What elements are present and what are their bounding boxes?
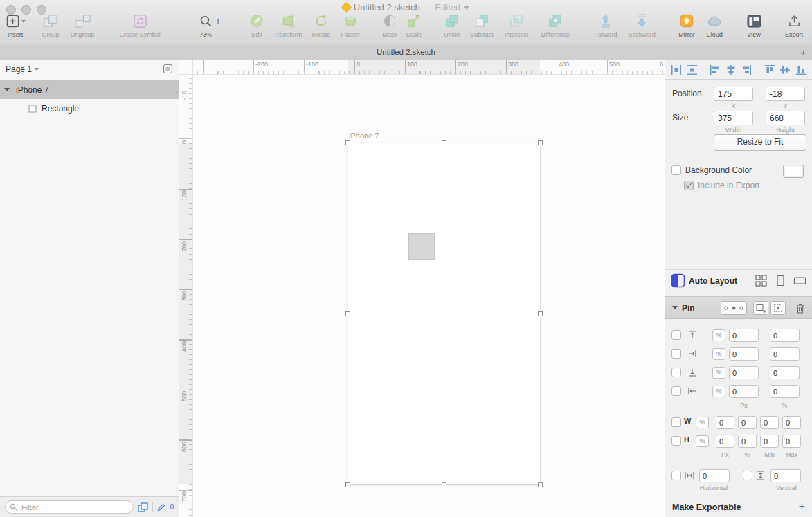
add-export-button[interactable]: + <box>799 500 805 513</box>
create-symbol-button[interactable]: Create Symbol <box>111 11 169 38</box>
resize-handle-w[interactable] <box>345 311 350 316</box>
height-constraint-checkbox[interactable] <box>671 436 681 446</box>
distribute-vertically-icon[interactable] <box>685 63 701 77</box>
pin-left-pct-input[interactable] <box>770 385 800 398</box>
pin-right-checkbox[interactable] <box>671 349 681 359</box>
include-in-export-checkbox[interactable] <box>684 181 694 190</box>
page-list-icon[interactable] <box>163 64 173 74</box>
align-right-icon[interactable] <box>739 63 755 77</box>
new-tab-button[interactable]: + <box>800 45 806 60</box>
pin-section-header[interactable]: Pin <box>665 296 812 319</box>
resize-handle-e[interactable] <box>538 311 543 316</box>
background-color-swatch[interactable] <box>783 165 804 178</box>
artboard-title[interactable]: iPhone 7 <box>349 131 379 140</box>
align-bottom-icon[interactable] <box>793 63 809 77</box>
filter-input[interactable] <box>20 502 129 512</box>
horizontal-spacing-checkbox[interactable] <box>671 471 681 480</box>
width-pct-input[interactable] <box>738 416 757 429</box>
vertical-ruler[interactable]: -10 0 100 200 300 400 500 600 700 <box>179 74 193 517</box>
pin-bottom-pct-input[interactable] <box>770 366 800 379</box>
pin-left-percent-toggle[interactable]: % <box>712 386 725 397</box>
page-selector[interactable]: Page 1 <box>0 60 179 78</box>
width-min-input[interactable] <box>760 416 779 429</box>
pin-bottom-checkbox[interactable] <box>671 368 681 377</box>
vertical-spacing-icon <box>755 470 766 481</box>
width-px-input[interactable] <box>716 416 734 429</box>
position-label: Position <box>672 89 702 98</box>
ruler-corner <box>179 60 193 75</box>
pin-top-percent-toggle[interactable]: % <box>712 329 725 341</box>
grid-layout-icon[interactable] <box>755 275 767 287</box>
backward-button[interactable]: Backward <box>617 11 667 38</box>
resize-handle-ne[interactable] <box>538 140 543 145</box>
align-center-horizontal-icon[interactable] <box>723 63 739 77</box>
pin-bottom-row: % <box>665 363 812 382</box>
portrait-layout-icon[interactable] <box>775 275 786 287</box>
pin-center-button[interactable] <box>770 301 786 315</box>
pin-top-pct-input[interactable] <box>770 329 800 342</box>
rectangle-shape[interactable] <box>408 233 435 260</box>
pin-right-percent-toggle[interactable]: % <box>712 348 725 360</box>
resize-handle-se[interactable] <box>538 482 543 487</box>
position-y-input[interactable] <box>766 87 805 101</box>
pin-left-checkbox[interactable] <box>671 386 681 396</box>
pages-panel-icon[interactable] <box>138 502 148 512</box>
layer-item-rectangle[interactable]: Rectangle <box>0 99 179 118</box>
pin-corner-button[interactable] <box>753 301 768 315</box>
height-pct-input[interactable] <box>738 435 757 448</box>
layer-item-artboard[interactable]: iPhone 7 <box>0 80 179 99</box>
trash-icon[interactable] <box>795 302 805 314</box>
resize-handle-sw[interactable] <box>345 482 350 487</box>
horizontal-spacing-input[interactable] <box>699 469 730 482</box>
width-percent-toggle[interactable]: % <box>696 417 709 428</box>
resize-handle-nw[interactable] <box>345 140 350 145</box>
background-color-label: Background Color <box>685 165 752 175</box>
title-caret-icon[interactable] <box>464 6 469 10</box>
pin-top-checkbox[interactable] <box>671 330 681 340</box>
width-constraint-checkbox[interactable] <box>671 417 681 427</box>
artboard[interactable] <box>348 143 540 484</box>
horizontal-spacing-icon <box>684 470 695 481</box>
document-tab[interactable]: Untitled 2.sketch <box>377 48 435 56</box>
pin-right-px-input[interactable] <box>729 347 759 361</box>
export-button[interactable]: Export <box>769 11 812 38</box>
vertical-spacing-input[interactable] <box>770 469 801 482</box>
background-color-checkbox[interactable] <box>671 165 681 175</box>
y-axis-label: Y <box>766 102 805 109</box>
pin-left-px-input[interactable] <box>729 385 759 398</box>
resize-to-fit-button[interactable]: Resize to Fit <box>714 134 806 151</box>
disclosure-triangle-icon[interactable] <box>4 88 10 91</box>
width-max-input[interactable] <box>782 416 801 429</box>
horizontal-ruler[interactable]: -200 -100 0 100 200 300 400 500 6 <box>192 60 665 75</box>
pin-bottom-px-input[interactable] <box>729 366 759 379</box>
pin-top-row: % <box>665 326 812 345</box>
align-left-icon[interactable] <box>707 63 723 77</box>
pin-disclosure-icon[interactable] <box>672 306 678 309</box>
height-max-input[interactable] <box>782 435 801 448</box>
pencil-icon[interactable] <box>157 503 165 511</box>
zoom-in-button[interactable]: + <box>213 15 223 26</box>
canvas[interactable]: -200 -100 0 100 200 300 400 500 6 -10 0 … <box>179 60 665 517</box>
vertical-spacing-checkbox[interactable] <box>743 471 752 480</box>
filter-field[interactable] <box>5 500 134 514</box>
landscape-layout-icon[interactable] <box>793 275 806 287</box>
height-input[interactable] <box>766 111 805 125</box>
horizontal-spacing-label: Horizontal <box>689 484 738 491</box>
height-min-input[interactable] <box>760 435 779 448</box>
distribute-horizontally-icon[interactable] <box>669 63 685 77</box>
align-middle-vertical-icon[interactable] <box>777 63 793 77</box>
width-input[interactable] <box>714 111 753 125</box>
zoom-out-button[interactable]: − <box>188 15 198 26</box>
pin-top-px-input[interactable] <box>729 329 759 342</box>
ungroup-button[interactable]: Ungroup <box>57 11 107 38</box>
align-top-icon[interactable] <box>762 63 778 77</box>
height-percent-toggle[interactable]: % <box>696 435 709 447</box>
pin-right-pct-input[interactable] <box>770 347 800 361</box>
resize-handle-s[interactable] <box>442 482 446 487</box>
difference-button[interactable]: Difference <box>530 11 580 38</box>
pin-anchor-selector-button[interactable] <box>721 301 747 315</box>
height-px-input[interactable] <box>716 435 734 448</box>
position-x-input[interactable] <box>714 87 753 101</box>
resize-handle-n[interactable] <box>442 140 446 145</box>
pin-bottom-percent-toggle[interactable]: % <box>712 367 725 379</box>
